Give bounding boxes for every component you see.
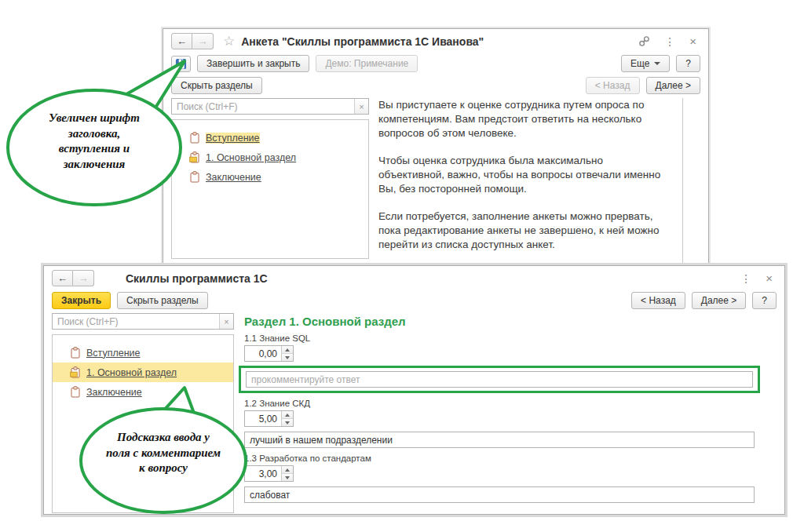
window-title: Скиллы программиста 1С	[126, 272, 268, 285]
score-input[interactable]	[245, 346, 281, 361]
favorite-star-icon[interactable]: ☆	[223, 33, 235, 49]
question-label: 1.2 Знание СКД	[244, 399, 755, 408]
spinner-up-button[interactable]	[282, 346, 293, 353]
search-clear-button[interactable]: ×	[354, 99, 368, 114]
search-clear-button[interactable]: ×	[219, 314, 233, 329]
comment-input[interactable]	[244, 432, 755, 448]
next-button[interactable]: Далее >	[646, 77, 701, 94]
clipboard-icon	[70, 347, 81, 359]
intro-paragraph: Вы приступаете к оценке сотрудника путем…	[378, 98, 668, 140]
close-icon[interactable]: ×	[685, 35, 700, 48]
toolbar: Завершить и закрыть Демо: Примечание Еще…	[163, 53, 708, 75]
search-box: ×	[52, 313, 234, 330]
question-label: 1.1 Знание SQL	[244, 333, 755, 343]
more-label: Еще	[630, 58, 649, 69]
back-arrow-icon: ←	[57, 272, 68, 284]
kebab-menu-icon[interactable]: ⋮	[660, 35, 679, 48]
triangle-down-icon	[285, 356, 290, 359]
history-nav: ← →	[52, 270, 94, 286]
back-arrow-icon: ←	[177, 35, 187, 47]
forward-arrow-button[interactable]: →	[73, 270, 94, 286]
intro-paragraph: Если потребуется, заполнение анкеты можн…	[378, 210, 668, 252]
intro-paragraph: Чтобы оценка сотрудника была максимально…	[378, 154, 668, 196]
toolbar: Закрыть Скрыть разделы < Назад Далее > ?	[44, 290, 784, 312]
titlebar: ← → Скиллы программиста 1С ⋮ ×	[44, 266, 784, 290]
next-button[interactable]: Далее >	[692, 292, 747, 309]
link-icon[interactable]	[634, 35, 654, 47]
window-title: Анкета "Скиллы программиста 1С Иванова"	[241, 35, 484, 48]
window-body: × Вступление 1. Основной раздел	[163, 97, 708, 265]
spinner-buttons	[281, 346, 293, 361]
tree-item-label: Вступление	[86, 348, 141, 359]
back-button[interactable]: < Назад	[631, 292, 685, 309]
hide-sections-button[interactable]: Скрыть разделы	[117, 292, 208, 309]
help-button[interactable]: ?	[752, 292, 777, 309]
forward-arrow-icon: →	[198, 35, 208, 47]
kebab-menu-icon[interactable]: ⋮	[736, 272, 755, 285]
back-arrow-button[interactable]: ←	[171, 33, 192, 49]
annotation-highlight-box	[239, 366, 760, 393]
comment-input[interactable]	[244, 486, 755, 503]
questions-panel: Раздел 1. Основной раздел 1.1 Знание SQL…	[244, 313, 777, 513]
survey-window-ivanov: ← → ☆ Анкета "Скиллы программиста 1С Ива…	[163, 28, 709, 264]
back-arrow-button[interactable]: ←	[52, 270, 73, 286]
triangle-up-icon	[285, 348, 290, 352]
spinner-down-button[interactable]	[282, 353, 293, 361]
comment-input[interactable]	[246, 371, 753, 388]
dropdown-caret-icon	[654, 62, 660, 65]
annotation-bubble-font-text: Увеличен шрифт заголовка, вступления и з…	[39, 111, 149, 172]
intro-text-panel: Вы приступаете к оценке сотрудника путем…	[377, 98, 683, 265]
question-label: 1.3 Разработка по стандартам	[244, 454, 755, 463]
titlebar: ← → ☆ Анкета "Скиллы программиста 1С Ива…	[163, 29, 708, 53]
demo-note-button[interactable]: Демо: Примечание	[316, 55, 418, 72]
tree-item-intro[interactable]: Вступление	[53, 343, 233, 363]
back-button[interactable]: < Назад	[586, 77, 640, 94]
annotation-bubble-hint-text: Подсказка ввода у поля с комментарием к …	[104, 430, 222, 476]
close-form-button[interactable]: Закрыть	[52, 292, 111, 309]
close-icon[interactable]: ×	[762, 271, 777, 285]
score-spinner	[244, 345, 294, 362]
section-heading: Раздел 1. Основной раздел	[244, 315, 755, 328]
forward-arrow-button[interactable]: →	[192, 33, 214, 49]
history-nav: ← →	[171, 33, 214, 49]
more-button[interactable]: Еще	[621, 55, 670, 72]
help-button[interactable]: ?	[676, 55, 700, 72]
search-input[interactable]	[53, 314, 219, 329]
forward-arrow-icon: →	[79, 272, 89, 284]
section-nav-row: Скрыть разделы < Назад Далее >	[163, 75, 708, 97]
